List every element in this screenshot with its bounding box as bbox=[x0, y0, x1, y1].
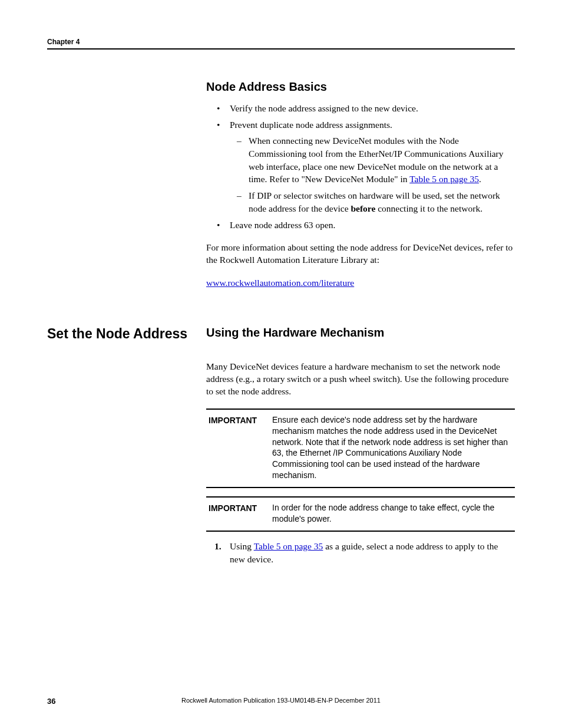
footer: 36 Rockwell Automation Publication 193-U… bbox=[47, 697, 515, 706]
step-number: 1. bbox=[214, 540, 222, 553]
list-item: Prevent duplicate node address assignmen… bbox=[227, 118, 515, 215]
heading-node-address-basics: Node Address Basics bbox=[206, 80, 515, 94]
important-label: IMPORTANT bbox=[209, 414, 267, 481]
important-text: Ensure each device's node address set by… bbox=[272, 414, 513, 481]
bold-before: before bbox=[351, 203, 375, 213]
link-literature-library[interactable]: www.rockwellautomation.com/literature bbox=[206, 278, 354, 288]
step-item: 1. Using Table 5 on page 35 as a guide, … bbox=[227, 540, 515, 565]
header-rule bbox=[47, 48, 515, 50]
page-number: 36 bbox=[47, 697, 55, 706]
important-text: In order for the node address change to … bbox=[272, 502, 513, 525]
paragraph: For more information about setting the n… bbox=[206, 242, 515, 266]
heading-using-hardware-mechanism: Using the Hardware Mechanism bbox=[206, 326, 515, 340]
running-header: Chapter 4 bbox=[47, 38, 515, 46]
important-box: IMPORTANT In order for the node address … bbox=[206, 496, 515, 532]
list-item: When connecting new DeviceNet modules wi… bbox=[246, 134, 515, 186]
list-item: If DIP or selector switches on hardware … bbox=[246, 189, 515, 215]
publication-info: Rockwell Automation Publication 193-UM01… bbox=[181, 697, 381, 704]
ordered-steps: 1. Using Table 5 on page 35 as a guide, … bbox=[206, 540, 515, 565]
link-table-5[interactable]: Table 5 on page 35 bbox=[254, 541, 323, 551]
important-label: IMPORTANT bbox=[209, 502, 267, 525]
text-span: . bbox=[479, 174, 481, 184]
sub-bullet-list: When connecting new DeviceNet modules wi… bbox=[230, 134, 515, 215]
list-item-text: Prevent duplicate node address assignmen… bbox=[230, 120, 392, 130]
section-node-address-basics: Node Address Basics Verify the node addr… bbox=[47, 80, 515, 300]
page: Chapter 4 Node Address Basics Verify the… bbox=[0, 0, 562, 728]
text-span: connecting it to the network. bbox=[375, 203, 482, 213]
list-item: Leave node address 63 open. bbox=[227, 219, 515, 232]
text-span: Using bbox=[230, 541, 254, 551]
paragraph: Many DeviceNet devices feature a hardwar… bbox=[206, 361, 515, 398]
link-table-5[interactable]: Table 5 on page 35 bbox=[409, 174, 479, 184]
bullet-list: Verify the node address assigned to the … bbox=[206, 102, 515, 231]
paragraph-link: www.rockwellautomation.com/literature bbox=[206, 277, 515, 289]
heading-set-node-address: Set the Node Address bbox=[47, 326, 194, 342]
list-item: Verify the node address assigned to the … bbox=[227, 102, 515, 115]
section-set-node-address: Set the Node Address Using the Hardware … bbox=[47, 326, 515, 565]
important-box: IMPORTANT Ensure each device's node addr… bbox=[206, 409, 515, 488]
